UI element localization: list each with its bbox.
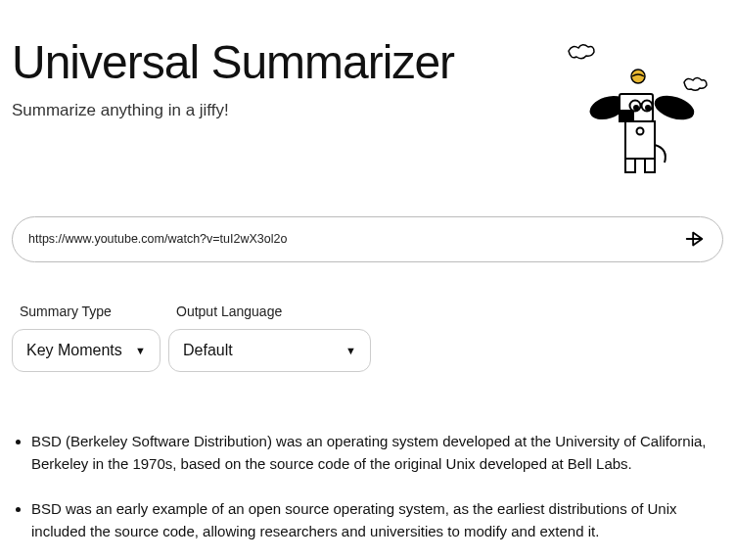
svg-point-6	[634, 106, 638, 110]
url-input[interactable]	[12, 216, 723, 262]
svg-point-10	[637, 128, 644, 135]
output-language-value: Default	[183, 342, 233, 359]
summary-type-label: Summary Type	[12, 303, 161, 319]
chevron-down-icon: ▼	[135, 345, 146, 356]
list-item: BSD (Berkeley Software Distribution) was…	[31, 431, 723, 476]
dog-illustration	[557, 37, 723, 184]
svg-rect-11	[625, 159, 635, 172]
svg-point-7	[646, 106, 650, 110]
submit-button[interactable]	[680, 224, 710, 254]
controls-row: Summary Type Key Moments ▼ Output Langua…	[12, 303, 723, 372]
svg-rect-3	[620, 111, 633, 121]
results-list: BSD (Berkeley Software Distribution) was…	[12, 431, 723, 543]
chevron-down-icon: ▼	[345, 345, 356, 356]
summary-type-select[interactable]: Key Moments ▼	[12, 329, 161, 372]
list-item: BSD was an early example of an open sour…	[31, 498, 723, 543]
summary-type-value: Key Moments	[26, 342, 122, 359]
summary-type-control: Summary Type Key Moments ▼	[12, 303, 161, 372]
output-language-control: Output Language Default ▼	[168, 303, 371, 372]
output-language-label: Output Language	[168, 303, 371, 319]
send-icon	[684, 228, 706, 250]
header: Universal Summarizer Summarize anything …	[12, 37, 723, 120]
svg-rect-12	[645, 159, 655, 172]
input-row	[12, 216, 723, 262]
output-language-select[interactable]: Default ▼	[168, 329, 371, 372]
svg-point-8	[653, 92, 696, 122]
